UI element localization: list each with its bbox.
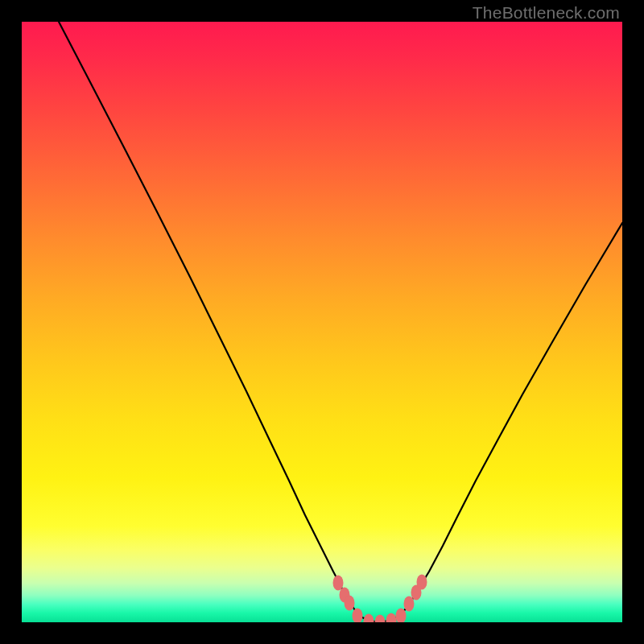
curve-marker	[345, 596, 355, 611]
curve-layer	[22, 22, 622, 622]
curve-marker	[404, 597, 415, 612]
curve-marker	[353, 609, 363, 623]
curve-marker	[364, 614, 374, 623]
curve-marker	[386, 613, 397, 623]
plot-area	[22, 22, 622, 622]
curve-marker	[333, 576, 344, 591]
watermark-text: TheBottleneck.com	[473, 3, 620, 23]
curve-marker	[375, 615, 386, 623]
bottleneck-curve	[59, 22, 622, 622]
curve-markers	[333, 575, 427, 623]
curve-marker	[417, 575, 427, 590]
chart-stage: TheBottleneck.com	[0, 0, 644, 644]
